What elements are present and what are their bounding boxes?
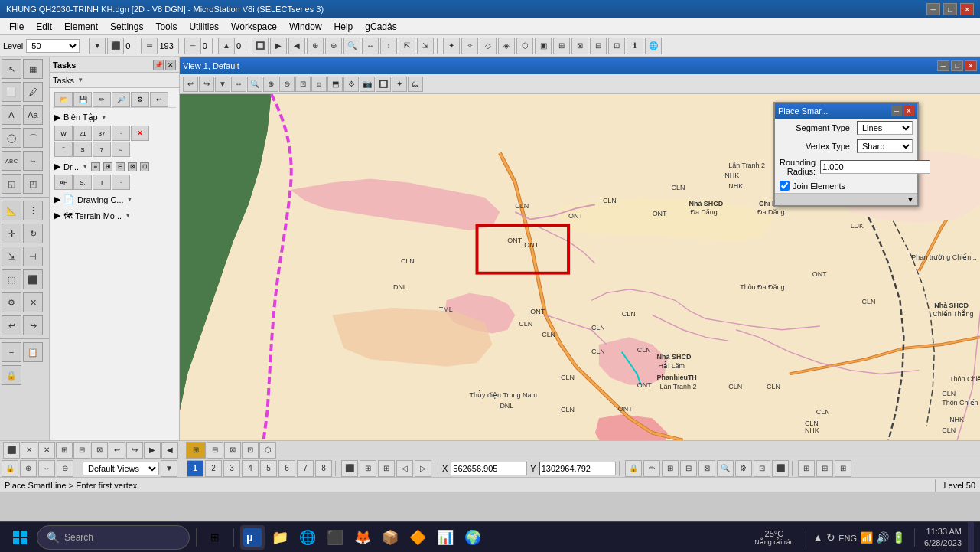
bt-btn-21[interactable]: 21 bbox=[73, 126, 92, 141]
taskbar-search-bar[interactable]: 🔍 Search bbox=[37, 525, 190, 550]
view-btn-3[interactable]: 3 bbox=[223, 460, 240, 477]
systray-up-icon[interactable]: ▲ bbox=[812, 531, 823, 544]
tb-globe-btn[interactable]: 🌐 bbox=[645, 38, 662, 54]
tb-view-btn-6[interactable]: 🔍 bbox=[343, 38, 360, 54]
view-btn-4[interactable]: 4 bbox=[242, 460, 259, 477]
mt-btn-2[interactable]: ↪ bbox=[199, 77, 214, 92]
taskbar-icon-chrome[interactable]: 🌐 bbox=[295, 525, 320, 550]
lt-undo-btn[interactable]: ↩ bbox=[2, 315, 21, 335]
menu-edit[interactable]: Edit bbox=[30, 20, 58, 34]
tb-btn-2[interactable]: ⬛ bbox=[107, 38, 124, 54]
bt2-right-8[interactable]: ⊡ bbox=[754, 460, 770, 477]
tb-view-btn-5[interactable]: ⊖ bbox=[325, 38, 342, 54]
mt-btn-10[interactable]: ⬒ bbox=[327, 77, 343, 92]
bt2-misc-1[interactable]: ⬛ bbox=[341, 460, 358, 477]
tb-view-btn-2[interactable]: ▶ bbox=[270, 38, 287, 54]
vertex-type-select[interactable]: Sharp Rounded bbox=[857, 139, 913, 153]
tasks-dropdown[interactable]: Tasks ▼ bbox=[50, 73, 179, 88]
tb-view-btn-10[interactable]: ⇲ bbox=[417, 38, 434, 54]
lt-lock-btn[interactable]: 🔒 bbox=[2, 365, 21, 385]
view-btn-1[interactable]: 1 bbox=[187, 460, 203, 477]
bt2-right-5[interactable]: ⊠ bbox=[698, 460, 715, 477]
menu-file[interactable]: File bbox=[3, 20, 30, 34]
view-btn-7[interactable]: 7 bbox=[297, 460, 314, 477]
tb-snap-btn-8[interactable]: ⊠ bbox=[571, 38, 588, 54]
tasks-tb-btn-3[interactable]: ✏ bbox=[93, 92, 111, 107]
menu-element[interactable]: Element bbox=[58, 20, 104, 34]
lt-grid-btn[interactable]: ⋮ bbox=[23, 201, 43, 220]
lt-group-btn[interactable]: ⬛ bbox=[23, 269, 43, 289]
mt-btn-6[interactable]: ⊕ bbox=[263, 77, 278, 92]
taskbar-icon-microstation[interactable]: μ bbox=[240, 525, 265, 550]
bt2-nav-2[interactable]: ⊞ bbox=[816, 460, 833, 477]
tb-snap-btn-6[interactable]: ▣ bbox=[535, 38, 552, 54]
menu-gcadas[interactable]: gCadás bbox=[359, 20, 402, 34]
tb-btn-3[interactable]: ═ bbox=[141, 38, 158, 54]
lt-attrib-btn[interactable]: ≡ bbox=[2, 342, 21, 362]
bt1-btn-9[interactable]: ▶ bbox=[144, 442, 161, 459]
tasks-panel-pin-btn[interactable]: 📌 bbox=[153, 60, 164, 70]
lt-rotate-btn[interactable]: ↻ bbox=[23, 224, 43, 243]
dr-btn-s2[interactable]: S. bbox=[73, 175, 92, 190]
bt1-btn-7[interactable]: ↩ bbox=[109, 442, 125, 459]
dr-btn-num[interactable]: · bbox=[112, 175, 130, 190]
lt-ref-btn-2[interactable]: ◰ bbox=[23, 174, 43, 194]
level-select[interactable]: 50 bbox=[26, 39, 80, 53]
tb-snap-btn-2[interactable]: ✧ bbox=[461, 38, 478, 54]
bt1-btn-5[interactable]: ⊟ bbox=[73, 442, 90, 459]
view-btn-5[interactable]: 5 bbox=[260, 460, 277, 477]
dr-btn-ap[interactable]: AP bbox=[54, 175, 73, 190]
mt-btn-1[interactable]: ↩ bbox=[183, 77, 198, 92]
bt2-btn-4[interactable]: ⊖ bbox=[57, 460, 73, 477]
segment-type-select[interactable]: Lines Arcs bbox=[857, 121, 913, 135]
tb-btn-1[interactable]: ▼ bbox=[89, 38, 106, 54]
tb-view-btn-7[interactable]: ↔ bbox=[362, 38, 379, 54]
tb-view-btn-9[interactable]: ⇱ bbox=[399, 38, 415, 54]
tasks-tb-btn-1[interactable]: 📂 bbox=[54, 92, 73, 107]
mt-btn-5[interactable]: 🔍 bbox=[247, 77, 262, 92]
section-terrain-header[interactable]: ▶ 🗺 Terrain Mo... ▼ bbox=[53, 209, 176, 222]
mt-btn-8[interactable]: ⊡ bbox=[295, 77, 311, 92]
taskbar-icon-browser[interactable]: 🌍 bbox=[461, 525, 485, 550]
y-coord-input[interactable]: 1302964.792 bbox=[539, 462, 616, 475]
bt-btn-2[interactable]: ‾ bbox=[54, 142, 73, 157]
section-dr-header[interactable]: ▶ Dr... ▼ ≡ ⊞ ⊟ ⊠ ⊡ bbox=[53, 160, 176, 173]
view-btn-6[interactable]: 6 bbox=[278, 460, 295, 477]
bt-btn-misc[interactable]: ≈ bbox=[112, 142, 130, 157]
menu-help[interactable]: Help bbox=[328, 20, 360, 34]
taskbar-icon-app2[interactable]: 📊 bbox=[433, 525, 457, 550]
view-btn-2[interactable]: 2 bbox=[205, 460, 222, 477]
lt-draw-btn-2[interactable]: 🖊 bbox=[23, 82, 43, 102]
tb-snap-btn-9[interactable]: ⊟ bbox=[590, 38, 607, 54]
bt-btn-37[interactable]: 37 bbox=[93, 126, 111, 141]
default-views-dropdown[interactable]: Default Views bbox=[83, 462, 159, 475]
lt-ref-btn-1[interactable]: ◱ bbox=[2, 174, 21, 194]
bt-btn-s[interactable]: S bbox=[73, 142, 92, 157]
tasks-tb-btn-6[interactable]: ↩ bbox=[150, 92, 168, 107]
view-btn-8[interactable]: 8 bbox=[315, 460, 332, 477]
systray-battery[interactable]: 🔋 bbox=[892, 531, 905, 544]
lt-redo-btn[interactable]: ↪ bbox=[23, 315, 43, 335]
section-drawing-header[interactable]: ▶ 📄 Drawing C... ▼ bbox=[53, 193, 176, 206]
bt2-right-2[interactable]: ✏ bbox=[643, 460, 660, 477]
tb-snap-btn-10[interactable]: ⊡ bbox=[608, 38, 625, 54]
taskview-btn[interactable]: ⊞ bbox=[203, 525, 227, 550]
taskbar-icon-firefox[interactable]: 🦊 bbox=[350, 525, 375, 550]
lt-select-btn[interactable]: ↖ bbox=[2, 59, 21, 79]
lt-scale-btn[interactable]: ⇲ bbox=[2, 247, 21, 266]
mt-btn-4[interactable]: ↔ bbox=[231, 77, 246, 92]
bt1-btn-8[interactable]: ↪ bbox=[126, 442, 143, 459]
bt2-view-btn[interactable]: ▼ bbox=[161, 460, 177, 477]
lt-text-btn-1[interactable]: A bbox=[2, 105, 21, 125]
tb-btn-4[interactable]: ─ bbox=[184, 38, 201, 54]
dr-btn-i[interactable]: I bbox=[93, 175, 111, 190]
lt-prop-btn[interactable]: 📋 bbox=[23, 342, 43, 362]
lt-draw-btn-1[interactable]: ⬜ bbox=[2, 82, 21, 102]
bt2-btn-1[interactable]: 🔒 bbox=[2, 460, 18, 477]
lt-element-btn[interactable]: ▦ bbox=[23, 59, 43, 79]
bt1-btn-6[interactable]: ⊠ bbox=[91, 442, 108, 459]
bt2-right-6[interactable]: 🔍 bbox=[717, 460, 734, 477]
bt2-btn-2[interactable]: ⊕ bbox=[20, 460, 37, 477]
lt-mirror-btn[interactable]: ⊣ bbox=[23, 247, 43, 266]
bt1-snap-5[interactable]: ⬡ bbox=[259, 442, 276, 459]
